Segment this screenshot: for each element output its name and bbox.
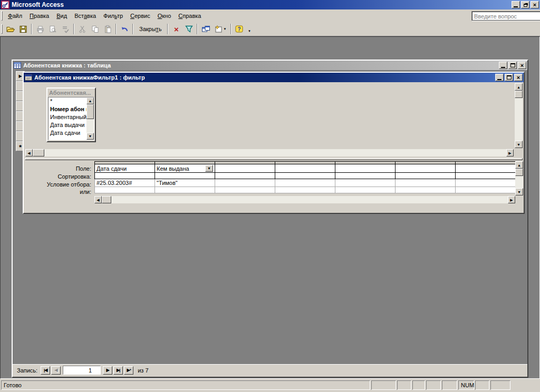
menu-help[interactable]: Справка [175, 11, 205, 21]
scroll-up-button[interactable]: ▲ [515, 161, 523, 169]
field-list-item[interactable]: Инвентарный [49, 113, 86, 121]
menu-tools[interactable]: Сервис [127, 11, 154, 21]
filter-minimize-button[interactable] [495, 74, 504, 81]
sort-cell[interactable] [275, 173, 335, 179]
current-record-input[interactable] [63, 366, 101, 375]
next-record-button[interactable]: ▶ [103, 366, 112, 375]
toolbar-separator [115, 24, 117, 34]
criteria-cell[interactable]: "Тимов" [155, 179, 215, 187]
sort-cell[interactable] [335, 173, 396, 179]
scrollbar-thumb[interactable] [86, 104, 94, 119]
app-titlebar[interactable]: Microsoft Access × [0, 0, 540, 9]
arrow-up-icon: ▲ [89, 99, 92, 103]
copy-button[interactable] [89, 23, 101, 35]
field-cell[interactable] [456, 164, 516, 173]
sort-cell[interactable] [155, 173, 215, 179]
filter-window-titlebar[interactable]: Абонентская книжкаФильтр1 : фильтр × [24, 73, 524, 82]
field-cell[interactable] [275, 164, 335, 173]
sort-cell[interactable] [215, 173, 275, 179]
menubar-grip[interactable] [1, 11, 3, 21]
field-cell-combo[interactable]: Кем выдана ▼ [155, 164, 215, 173]
or-cell[interactable] [396, 187, 456, 193]
delete-button[interactable]: × [170, 23, 182, 35]
scroll-up-button[interactable]: ▲ [515, 83, 523, 91]
ask-question-input[interactable] [471, 11, 540, 21]
criteria-cell[interactable] [335, 179, 396, 187]
criteria-cell[interactable] [275, 179, 335, 187]
field-cell[interactable] [215, 164, 275, 173]
criteria-cell[interactable] [215, 179, 275, 187]
toolbar-options-button[interactable]: ▼ [246, 23, 252, 35]
previous-record-button[interactable]: ◀ [51, 366, 61, 375]
table-maximize-button[interactable] [508, 62, 517, 69]
scrollbar-thumb[interactable] [33, 149, 44, 156]
paste-button[interactable] [101, 23, 114, 35]
field-dropdown-button[interactable]: ▼ [205, 165, 213, 172]
print-button[interactable] [34, 23, 46, 35]
menu-filter[interactable]: Фильтр [100, 11, 127, 21]
or-cell[interactable] [275, 187, 335, 193]
menu-window[interactable]: Окно [154, 11, 175, 21]
new-record-button[interactable]: ▶* [124, 366, 133, 375]
or-cell[interactable] [155, 187, 215, 193]
criteria-cell[interactable]: #25.03.2003# [95, 179, 155, 187]
table-close-button[interactable]: × [518, 62, 526, 69]
scroll-down-button[interactable]: ▼ [86, 133, 94, 140]
or-cell[interactable] [456, 187, 516, 193]
menu-view[interactable]: Вид [53, 11, 71, 21]
table-minimize-button[interactable] [499, 62, 507, 69]
close-filter-button[interactable]: Закрыть [135, 23, 166, 35]
scroll-down-button[interactable]: ▼ [515, 188, 523, 195]
menu-insert[interactable]: Вставка [71, 11, 100, 21]
undo-button[interactable] [118, 23, 131, 35]
field-list-item[interactable]: Дата сдачи [49, 129, 86, 137]
scroll-right-button[interactable]: ▶ [508, 196, 515, 203]
app-close-button[interactable]: × [531, 1, 539, 8]
save-button[interactable] [17, 23, 30, 35]
criteria-cell[interactable] [456, 179, 516, 187]
scrollbar-track[interactable] [111, 196, 508, 203]
filter-maximize-button[interactable] [505, 74, 513, 81]
menu-file[interactable]: Файл [4, 11, 26, 21]
field-list-item[interactable]: Номер абон к [49, 105, 86, 113]
or-cell[interactable] [215, 187, 275, 193]
field-list-item-asterisk[interactable]: * [49, 97, 86, 105]
print-preview-button[interactable] [46, 23, 59, 35]
cut-button[interactable] [76, 23, 89, 35]
scroll-down-button[interactable]: ▼ [515, 141, 523, 148]
help-button[interactable]: ? [233, 23, 246, 35]
scrollbar-thumb[interactable] [515, 91, 523, 98]
database-window-button[interactable] [199, 23, 212, 35]
sort-cell[interactable] [396, 173, 456, 179]
app-restore-button[interactable] [521, 1, 529, 8]
scrollbar-thumb[interactable] [102, 196, 111, 203]
menu-edit[interactable]: Правка [26, 11, 53, 21]
field-list-item[interactable]: Дата выдачи [49, 121, 86, 129]
new-object-button[interactable]: ▼ [212, 23, 229, 35]
sort-cell[interactable] [95, 173, 155, 179]
scroll-up-button[interactable]: ▲ [86, 97, 94, 104]
criteria-cell[interactable] [396, 179, 456, 187]
pane-splitter[interactable] [24, 157, 523, 161]
field-cell[interactable] [396, 164, 456, 173]
spelling-button[interactable] [59, 23, 72, 35]
field-cell[interactable]: Дата сдачи [95, 164, 155, 173]
or-cell[interactable] [335, 187, 396, 193]
scroll-left-button[interactable]: ◀ [94, 196, 102, 203]
filter-close-button[interactable]: × [514, 74, 523, 81]
toolbar-grip[interactable] [1, 24, 3, 34]
last-record-button[interactable]: ▶| [113, 366, 123, 375]
first-record-button[interactable]: |◀ [41, 366, 50, 375]
or-cell[interactable] [95, 187, 155, 193]
scrollbar-track[interactable] [44, 149, 506, 156]
sort-cell[interactable] [456, 173, 516, 179]
field-cell[interactable] [335, 164, 396, 173]
app-minimize-button[interactable] [512, 1, 520, 8]
table-window-titlebar[interactable]: Абонентская книжка : таблица × [13, 61, 527, 70]
close-icon: × [533, 2, 536, 8]
scroll-left-button[interactable]: ◀ [25, 149, 33, 156]
scrollbar-thumb[interactable] [515, 169, 523, 176]
apply-filter-button[interactable] [182, 23, 195, 35]
scroll-right-button[interactable]: ▶ [506, 149, 514, 156]
open-button[interactable] [4, 23, 17, 35]
